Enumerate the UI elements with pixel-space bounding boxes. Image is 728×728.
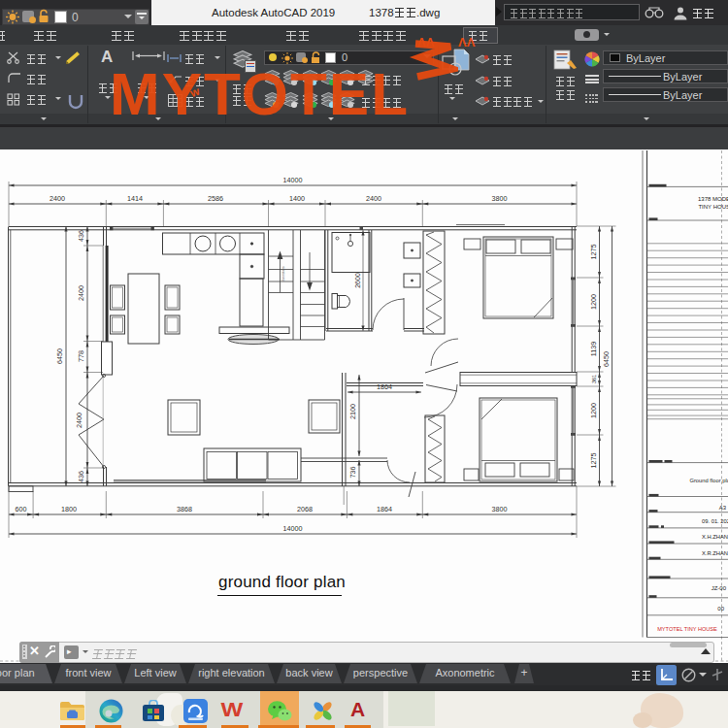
svg-text:X.R.ZHAN: X.R.ZHAN bbox=[702, 550, 728, 556]
svg-text:1200: 1200 bbox=[589, 294, 598, 310]
svg-text:6450: 6450 bbox=[55, 348, 64, 364]
svg-text:3800: 3800 bbox=[492, 505, 508, 513]
svg-text:2100: 2100 bbox=[348, 404, 357, 419]
svg-text:6450: 6450 bbox=[602, 351, 611, 367]
svg-text:3800: 3800 bbox=[492, 194, 508, 203]
svg-text:1864: 1864 bbox=[377, 382, 392, 391]
svg-text:TINY HOUS: TINY HOUS bbox=[698, 204, 728, 210]
svg-text:14000: 14000 bbox=[283, 524, 303, 533]
svg-text:09. 01. 202: 09. 01. 202 bbox=[702, 518, 728, 524]
svg-text:1275: 1275 bbox=[589, 245, 598, 260]
svg-text:Ground floor pla: Ground floor pla bbox=[689, 478, 728, 483]
svg-text:778: 778 bbox=[77, 350, 85, 362]
svg-text:1275: 1275 bbox=[589, 453, 598, 469]
svg-text:2400: 2400 bbox=[50, 194, 65, 203]
svg-text:1378 MODE: 1378 MODE bbox=[698, 196, 728, 202]
svg-text:00: 00 bbox=[717, 606, 724, 612]
svg-text:MYTOTEL TINY HOUSE: MYTOTEL TINY HOUSE bbox=[657, 626, 717, 632]
svg-text:361: 361 bbox=[591, 375, 597, 383]
svg-text:2400: 2400 bbox=[366, 194, 381, 203]
svg-text:ground floor plan: ground floor plan bbox=[218, 573, 346, 591]
svg-text:436: 436 bbox=[77, 471, 85, 482]
svg-text:436: 436 bbox=[77, 230, 85, 242]
svg-text:1800: 1800 bbox=[61, 505, 77, 513]
svg-text:2400: 2400 bbox=[77, 285, 85, 301]
svg-text:2068: 2068 bbox=[297, 505, 313, 513]
svg-text:JZ-00: JZ-00 bbox=[711, 585, 727, 591]
svg-text:1864: 1864 bbox=[377, 505, 392, 513]
svg-text:1139: 1139 bbox=[589, 342, 598, 356]
svg-text:2400: 2400 bbox=[75, 413, 83, 428]
svg-text:600: 600 bbox=[16, 505, 27, 513]
svg-text:downstairs: downstairs bbox=[281, 266, 285, 281]
svg-text:X.H.ZHAN: X.H.ZHAN bbox=[702, 534, 728, 540]
svg-text:1400: 1400 bbox=[289, 194, 305, 203]
svg-text:2586: 2586 bbox=[208, 194, 223, 203]
svg-text:736: 736 bbox=[348, 467, 357, 479]
svg-text:1200: 1200 bbox=[589, 403, 598, 418]
svg-text:2600: 2600 bbox=[354, 273, 361, 288]
svg-text:A3: A3 bbox=[719, 505, 727, 511]
svg-text:14000: 14000 bbox=[283, 176, 303, 184]
svg-text:3868: 3868 bbox=[177, 505, 192, 513]
svg-text:1414: 1414 bbox=[127, 194, 143, 203]
